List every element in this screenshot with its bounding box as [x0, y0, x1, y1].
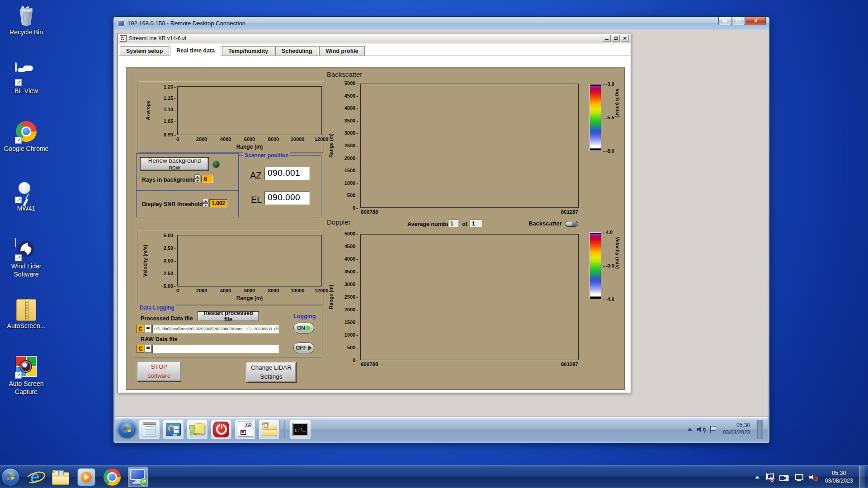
raw-drive-combo[interactable]: C — [137, 345, 144, 353]
raw-browse-icon[interactable] — [145, 345, 151, 353]
backscatter-doppler-toggle[interactable] — [565, 221, 578, 227]
remote-show-desktop-button[interactable] — [757, 420, 763, 439]
raw-logging-off-switch[interactable]: OFF — [293, 343, 314, 353]
processed-path-field[interactable]: C:\Lidar\Data\Proc\2023\202308\20230803\… — [152, 325, 279, 333]
ascope-xtick: 6000 — [244, 136, 255, 142]
power-plug-icon[interactable] — [779, 474, 788, 480]
tab-wind-profile[interactable]: Wind profile — [319, 46, 364, 56]
doppler-colorbar-label: Velocity (m/s) — [615, 237, 620, 296]
action-center-flag-icon[interactable] — [766, 473, 773, 481]
change-lidar-settings-button[interactable]: Change LiDAR Settings — [246, 362, 297, 383]
volume-icon[interactable] — [697, 426, 705, 432]
remote-taskbar-sticky-notes[interactable] — [187, 420, 208, 439]
tab-scheduling[interactable]: Scheduling — [275, 46, 318, 56]
remote-taskbar-cmd[interactable]: C:\_ — [290, 420, 311, 439]
host-taskbar-chrome[interactable] — [102, 467, 122, 487]
bl-view-icon — [15, 63, 38, 86]
remote-system-tray: 05:30 03/08/2023 — [688, 420, 765, 439]
backscatter-cbtick: -5.5 — [603, 115, 614, 120]
host-start-button[interactable] — [2, 469, 19, 486]
stop-line2: software — [147, 371, 170, 380]
show-hidden-icons-arrow-icon[interactable] — [755, 476, 760, 479]
desktop-icon-recycle-bin[interactable]: Recycle Bin — [4, 5, 49, 37]
rdp-maximize-button[interactable] — [732, 17, 745, 25]
remote-taskbar-control-panel[interactable] — [163, 420, 184, 439]
tab-real-time-data[interactable]: Real time data — [170, 45, 221, 56]
rays-spinner[interactable] — [194, 174, 200, 183]
velocity-xtick: 10000 — [291, 288, 305, 293]
backscatter-heatmap — [361, 84, 578, 207]
show-hidden-icons-arrow-icon[interactable] — [688, 428, 692, 431]
labview-vi-icon — [120, 35, 127, 42]
doppler-colorbar — [590, 232, 601, 299]
desktop-icon-label: Google Chrome — [4, 145, 49, 153]
app-close-button[interactable] — [621, 35, 629, 42]
desktop-icon-autoscreen[interactable]: AutoScreen... — [4, 298, 49, 330]
host-taskbar-remote-desktop[interactable] — [128, 467, 148, 487]
doppler-cbtick: -0.0 — [603, 263, 614, 268]
internet-explorer-icon: e — [26, 468, 44, 486]
el-value-field[interactable]: 090.000 — [264, 191, 310, 205]
streamline-titlebar[interactable]: StreamLine XR v14-6.vi — [118, 33, 631, 43]
action-center-flag-icon[interactable] — [709, 426, 716, 433]
desktop-icon-mw41[interactable]: MW41 — [4, 181, 49, 213]
remote-taskbar-labview-xr[interactable]: XR — [235, 420, 256, 439]
labview-xr-icon: XR — [238, 422, 253, 437]
rays-in-background-label: Rays in background — [142, 177, 196, 183]
remote-clock[interactable]: 05:30 03/08/2023 — [720, 422, 753, 436]
remote-taskbar-stop-app[interactable] — [211, 420, 232, 439]
desktop-icon-google-chrome[interactable]: Google Chrome — [4, 121, 49, 153]
host-date: 03/08/2023 — [825, 477, 853, 485]
tab-temp-humidity[interactable]: Temp/humidity — [222, 46, 274, 56]
desktop-icon-label: Recycle Bin — [9, 28, 43, 37]
chrome-icon — [104, 469, 121, 486]
stop-software-button[interactable]: STOP software — [137, 361, 181, 382]
processed-drive-combo[interactable]: C — [137, 325, 144, 333]
snr-threshold-label: Display SNR threshold — [142, 201, 203, 207]
network-icon[interactable] — [795, 474, 803, 481]
desktop-icon-label: Auto Screen Capture — [4, 380, 49, 396]
ascope-ytick: 1.20 — [164, 84, 176, 89]
volume-muted-icon[interactable] — [809, 474, 818, 481]
backscatter-x-end: 801287 — [561, 209, 578, 215]
tab-system-setup[interactable]: System setup — [120, 46, 169, 56]
az-value-field[interactable]: 090.001 — [264, 167, 310, 180]
average-number-field[interactable]: 1 — [448, 220, 458, 227]
remote-start-button[interactable] — [118, 420, 136, 438]
raw-path-field[interactable] — [152, 345, 279, 353]
doppler-cbtick: -4.0 — [603, 296, 614, 302]
tab-bar: System setup Real time data Temp/humidit… — [118, 45, 631, 56]
rdp-minimize-button[interactable] — [718, 17, 731, 25]
rdp-titlebar[interactable]: 192.168.0.150 - Remote Desktop Connectio… — [113, 17, 769, 30]
doppler-y-axis-label: Range (m) — [328, 285, 334, 309]
ascope-xtick: 0 — [176, 136, 179, 142]
desktop-icon-auto-screen-capture[interactable]: Auto Screen Capture — [4, 356, 49, 396]
doppler-x-labels: 800788 801287 — [361, 361, 578, 367]
app-minimize-button[interactable] — [603, 35, 611, 42]
host-clock[interactable]: 05:30 03/08/2023 — [825, 469, 853, 485]
renew-background-button[interactable]: Renew background now — [140, 157, 209, 171]
snr-spinner[interactable] — [203, 199, 208, 207]
change-line1: Change LiDAR — [251, 363, 292, 372]
shortcut-arrow-icon — [15, 79, 22, 86]
snr-value-field[interactable]: 1.002 — [209, 199, 227, 207]
velocity-ytick: 5.00 — [164, 233, 176, 238]
remote-taskbar-folder[interactable] — [259, 420, 280, 439]
rays-value-field[interactable]: 8 — [201, 175, 213, 183]
host-taskbar-internet-explorer[interactable]: e — [25, 467, 45, 487]
doppler-x-start: 800788 — [361, 361, 378, 367]
remote-taskbar-notepad[interactable] — [139, 420, 160, 439]
restart-processed-file-button[interactable]: Restart processed file — [198, 311, 259, 321]
processed-browse-icon[interactable] — [145, 325, 151, 333]
desktop-icon-wind-lidar[interactable]: Wind Lidar Software — [4, 239, 49, 278]
data-logging-title: Data Logging — [138, 305, 176, 311]
rdp-close-button[interactable]: × — [745, 17, 766, 25]
app-restore-button[interactable] — [612, 35, 620, 42]
scanner-position-title: Scanner position — [243, 152, 290, 159]
average-total-field[interactable]: 1 — [470, 220, 482, 227]
host-show-desktop-button[interactable] — [859, 466, 865, 488]
desktop-icon-bl-view[interactable]: BL-View — [4, 63, 49, 95]
host-taskbar-media-player[interactable] — [76, 467, 96, 487]
host-taskbar-explorer[interactable] — [51, 467, 71, 487]
processed-logging-on-switch[interactable]: ON — [293, 323, 314, 333]
